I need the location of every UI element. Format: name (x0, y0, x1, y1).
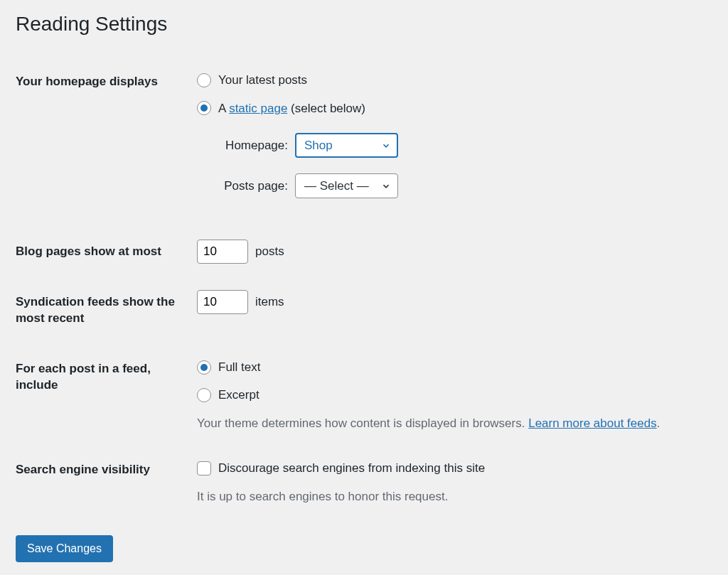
blog-pages-count-input[interactable] (197, 240, 248, 264)
postspage-select-wrap: — Select — (295, 173, 398, 198)
postspage-select[interactable]: — Select — (295, 173, 398, 198)
feed-note-period: . (657, 417, 660, 430)
save-changes-button[interactable]: Save Changes (16, 535, 113, 562)
homepage-select-wrap: Shop (295, 133, 398, 158)
static-page-link[interactable]: static page (229, 102, 287, 115)
homepage-displays-label: Your homepage displays (16, 57, 197, 227)
feed-content-label: For each post in a feed, include (16, 344, 197, 446)
learn-more-feeds-link[interactable]: Learn more about feeds (528, 417, 657, 430)
postspage-select-label: Posts page: (210, 177, 288, 195)
page-title: Reading Settings (16, 13, 712, 36)
radio-latest-posts[interactable] (197, 73, 211, 87)
syndication-suffix: items (255, 293, 284, 311)
homepage-select-row: Homepage: Shop (210, 133, 705, 158)
feed-content-note: Your theme determines how content is dis… (197, 414, 705, 433)
postspage-select-row: Posts page: — Select — (210, 173, 705, 198)
radio-static-page[interactable] (197, 101, 211, 115)
homepage-select[interactable]: Shop (295, 133, 398, 158)
homepage-select-label: Homepage: (210, 136, 288, 155)
radio-full-text[interactable] (197, 360, 211, 375)
blog-pages-suffix: posts (255, 242, 284, 261)
static-suffix: (select below) (287, 102, 365, 115)
settings-form-table: Your homepage displays Your latest posts… (16, 57, 712, 518)
search-visibility-label: Search engine visibility (16, 445, 197, 518)
feed-note-text: Your theme determines how content is dis… (197, 417, 528, 430)
option-full-text[interactable]: Full text (197, 358, 705, 377)
syndication-label: Syndication feeds show the most recent (16, 277, 197, 344)
search-visibility-note: It is up to search engines to honor this… (197, 488, 705, 506)
option-latest-posts[interactable]: Your latest posts (197, 71, 705, 90)
option-excerpt[interactable]: Excerpt (197, 386, 705, 404)
static-prefix: A (218, 102, 229, 115)
radio-excerpt[interactable] (197, 388, 211, 402)
radio-full-text-label: Full text (218, 358, 261, 377)
blog-pages-label: Blog pages show at most (16, 227, 197, 277)
syndication-count-input[interactable] (197, 290, 248, 314)
radio-excerpt-label: Excerpt (218, 386, 259, 404)
radio-static-page-label: A static page (select below) (218, 100, 365, 118)
discourage-search-option[interactable]: Discourage search engines from indexing … (197, 459, 705, 478)
discourage-search-checkbox[interactable] (197, 461, 211, 475)
discourage-search-checkbox-label: Discourage search engines from indexing … (218, 459, 485, 478)
radio-latest-posts-label: Your latest posts (218, 71, 307, 90)
option-static-page[interactable]: A static page (select below) (197, 100, 705, 118)
